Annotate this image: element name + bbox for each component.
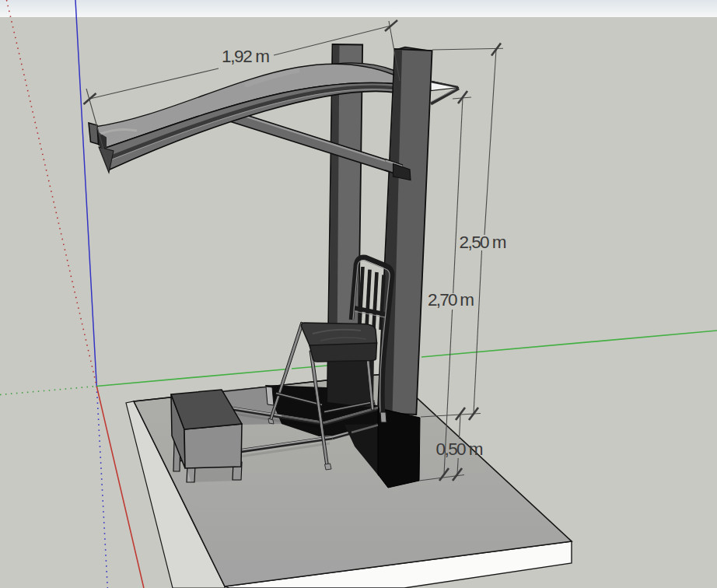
- svg-text:0,50 m: 0,50 m: [436, 439, 484, 459]
- svg-text:2,50 m: 2,50 m: [460, 233, 507, 252]
- svg-text:1,92 m: 1,92 m: [222, 47, 270, 66]
- svg-text:2,70 m: 2,70 m: [428, 290, 474, 310]
